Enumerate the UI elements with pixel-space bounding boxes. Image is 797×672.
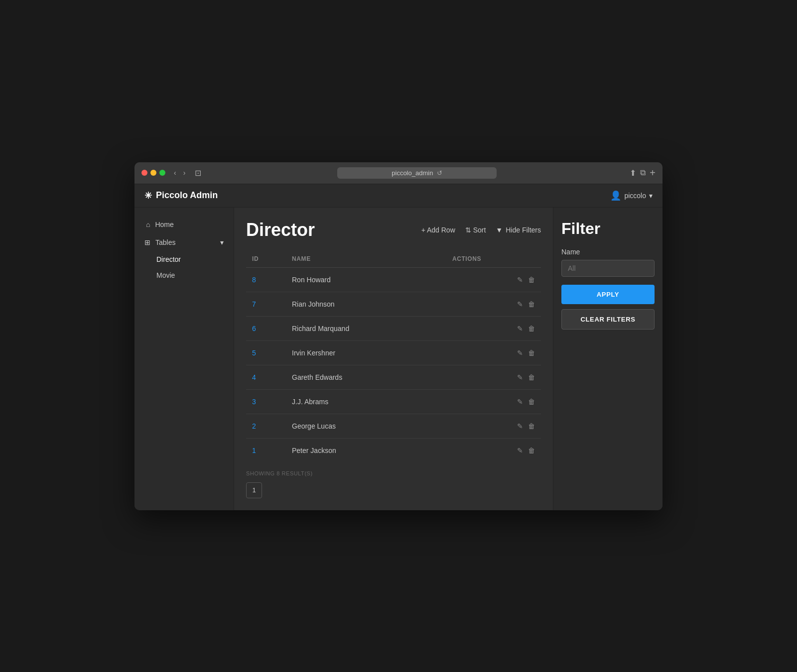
table-actions: + Add Row ⇅ Sort ▼ Hide Filters: [421, 226, 541, 234]
edit-row-button[interactable]: ✎: [517, 447, 523, 454]
sidebar-movie-label: Movie: [156, 271, 175, 279]
table-header-row: ID NAME ACTIONS: [246, 250, 541, 268]
sidebar-item-home[interactable]: ⌂ Home: [134, 216, 234, 233]
delete-row-button[interactable]: 🗑: [528, 276, 535, 284]
user-icon: 👤: [610, 190, 621, 201]
back-button[interactable]: ‹: [171, 168, 179, 178]
edit-row-button[interactable]: ✎: [517, 398, 523, 406]
cell-actions: ✎ 🗑: [446, 414, 541, 438]
browser-actions: ⬆ ⧉ +: [630, 167, 656, 179]
delete-row-button[interactable]: 🗑: [528, 398, 535, 406]
cell-id: 4: [246, 365, 286, 389]
cell-name: George Lucas: [286, 414, 446, 438]
edit-row-button[interactable]: ✎: [517, 373, 523, 381]
reload-button[interactable]: ↺: [437, 169, 442, 177]
url-bar: piccolo_admin ↺: [337, 167, 497, 179]
nav-buttons: ‹ ›: [171, 168, 188, 178]
forward-button[interactable]: ›: [181, 168, 188, 178]
main-content: ⌂ Home ⊞ Tables ▾ Director Movie: [134, 208, 663, 510]
sidebar-item-movie[interactable]: Movie: [134, 267, 234, 283]
traffic-light-red[interactable]: [141, 170, 147, 176]
cell-actions: ✎ 🗑: [446, 340, 541, 365]
add-row-label: + Add Row: [421, 226, 455, 234]
sidebar: ⌂ Home ⊞ Tables ▾ Director Movie: [134, 208, 234, 510]
sort-label: ⇅ Sort: [465, 226, 486, 234]
data-table: ID NAME ACTIONS 8 Ron Howard: [246, 250, 541, 462]
cell-name: Ron Howard: [286, 267, 446, 292]
home-icon: ⌂: [146, 221, 150, 228]
cell-actions: ✎ 🗑: [446, 267, 541, 292]
cell-id: 3: [246, 389, 286, 414]
results-info: SHOWING 8 RESULT(S): [246, 470, 541, 476]
edit-row-button[interactable]: ✎: [517, 325, 523, 333]
delete-row-button[interactable]: 🗑: [528, 373, 535, 381]
table-header: Director + Add Row ⇅ Sort ▼ Hide Filters: [246, 220, 541, 240]
delete-row-button[interactable]: 🗑: [528, 349, 535, 357]
cell-actions: ✎ 🗑: [446, 316, 541, 340]
cell-name: Gareth Edwards: [286, 365, 446, 389]
cell-actions: ✎ 🗑: [446, 292, 541, 316]
edit-row-button[interactable]: ✎: [517, 300, 523, 308]
cell-actions: ✎ 🗑: [446, 438, 541, 462]
share-button[interactable]: ⬆: [630, 167, 636, 179]
table-area: Director + Add Row ⇅ Sort ▼ Hide Filters: [234, 208, 553, 510]
traffic-light-green[interactable]: [159, 170, 165, 176]
filter-name-label: Name: [561, 248, 655, 256]
cell-id: 6: [246, 316, 286, 340]
sidebar-tables-label: Tables: [155, 238, 175, 246]
cell-id: 5: [246, 340, 286, 365]
edit-row-button[interactable]: ✎: [517, 276, 523, 284]
edit-row-button[interactable]: ✎: [517, 349, 523, 357]
apply-button[interactable]: APPLY: [561, 285, 655, 304]
hide-filters-label: Hide Filters: [506, 226, 541, 234]
filter-panel: Filter Name APPLY CLEAR FILTERS: [553, 208, 663, 510]
cell-actions: ✎ 🗑: [446, 365, 541, 389]
cell-actions: ✎ 🗑: [446, 389, 541, 414]
pagination: 1: [246, 482, 541, 498]
table-row: 5 Irvin Kershner ✎ 🗑: [246, 340, 541, 365]
table-row: 7 Rian Johnson ✎ 🗑: [246, 292, 541, 316]
user-menu[interactable]: 👤 piccolo ▾: [610, 190, 653, 201]
url-text: piccolo_admin: [392, 169, 433, 177]
user-dropdown-icon: ▾: [649, 192, 653, 200]
traffic-lights: [141, 170, 165, 176]
table-row: 3 J.J. Abrams ✎ 🗑: [246, 389, 541, 414]
add-row-button[interactable]: + Add Row: [421, 226, 455, 234]
new-window-button[interactable]: ⧉: [640, 167, 646, 179]
delete-row-button[interactable]: 🗑: [528, 422, 535, 430]
hide-filters-button[interactable]: ▼ Hide Filters: [496, 226, 541, 234]
cell-name: J.J. Abrams: [286, 389, 446, 414]
sidebar-director-label: Director: [156, 255, 181, 263]
tables-chevron-icon: ▾: [220, 238, 224, 246]
page-1-button[interactable]: 1: [246, 482, 262, 498]
table-row: 4 Gareth Edwards ✎ 🗑: [246, 365, 541, 389]
sidebar-toggle-button[interactable]: ⊡: [192, 167, 204, 179]
col-header-actions: ACTIONS: [446, 250, 541, 268]
cell-id: 7: [246, 292, 286, 316]
cell-name: Richard Marquand: [286, 316, 446, 340]
delete-row-button[interactable]: 🗑: [528, 325, 535, 333]
filter-name-input[interactable]: [561, 260, 655, 277]
clear-filters-button[interactable]: CLEAR FILTERS: [561, 309, 655, 330]
cell-name: Irvin Kershner: [286, 340, 446, 365]
edit-row-button[interactable]: ✎: [517, 422, 523, 430]
col-header-id: ID: [246, 250, 286, 268]
sidebar-item-tables[interactable]: ⊞ Tables ▾: [134, 233, 234, 251]
sidebar-item-director[interactable]: Director: [134, 251, 234, 267]
logo-icon: ✳: [144, 190, 152, 201]
delete-row-button[interactable]: 🗑: [528, 447, 535, 454]
cell-id: 1: [246, 438, 286, 462]
logo: ✳ Piccolo Admin: [144, 190, 218, 201]
col-header-name: NAME: [286, 250, 446, 268]
filter-icon: ▼: [496, 226, 503, 234]
sort-button[interactable]: ⇅ Sort: [465, 226, 486, 234]
table-row: 1 Peter Jackson ✎ 🗑: [246, 438, 541, 462]
new-tab-button[interactable]: +: [650, 167, 656, 179]
sidebar-home-label: Home: [155, 221, 173, 228]
table-row: 6 Richard Marquand ✎ 🗑: [246, 316, 541, 340]
cell-name: Rian Johnson: [286, 292, 446, 316]
traffic-light-yellow[interactable]: [150, 170, 156, 176]
cell-id: 2: [246, 414, 286, 438]
delete-row-button[interactable]: 🗑: [528, 300, 535, 308]
top-nav: ✳ Piccolo Admin 👤 piccolo ▾: [134, 184, 663, 208]
